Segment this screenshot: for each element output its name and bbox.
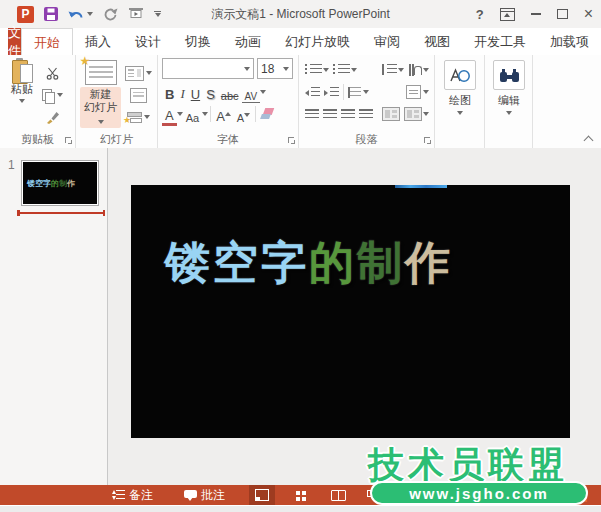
slide-title-text[interactable]: 镂空字的制作 bbox=[165, 233, 453, 293]
powerpoint-logo-icon[interactable]: P bbox=[12, 3, 39, 25]
maximize-icon[interactable] bbox=[557, 9, 568, 19]
slide-sorter-view-button[interactable] bbox=[287, 485, 313, 505]
align-right-button[interactable] bbox=[339, 103, 357, 125]
numbering-icon bbox=[333, 64, 350, 75]
save-icon[interactable] bbox=[39, 3, 63, 25]
line-spacing-button[interactable] bbox=[379, 59, 406, 81]
tab-developer[interactable]: 开发工具 bbox=[462, 28, 538, 55]
new-slide-button[interactable]: ★ 新建 幻灯片 bbox=[80, 58, 121, 132]
copy-button[interactable] bbox=[40, 84, 65, 106]
drawing-button[interactable] bbox=[444, 60, 476, 90]
slides-thumbnail-panel[interactable]: 1 镂空字的制作 bbox=[0, 148, 108, 485]
customize-qat-icon[interactable] bbox=[149, 3, 166, 25]
paste-button[interactable]: 粘贴 bbox=[4, 58, 40, 132]
increase-indent-button[interactable] bbox=[322, 81, 341, 103]
group-slides: ★ 新建 幻灯片 ★ 幻灯片 bbox=[76, 55, 158, 148]
reading-view-button[interactable] bbox=[325, 485, 351, 505]
numbering-button[interactable] bbox=[331, 59, 359, 81]
columns-button[interactable] bbox=[346, 81, 371, 103]
window-controls: ? × bbox=[476, 0, 593, 28]
italic-button[interactable]: I bbox=[177, 82, 187, 102]
decrease-font-size-button[interactable]: A bbox=[234, 104, 253, 124]
ribbon: 粘贴 剪贴板 bbox=[0, 55, 601, 149]
help-icon[interactable]: ? bbox=[476, 8, 484, 21]
normal-view-button[interactable] bbox=[249, 485, 275, 505]
increase-font-size-button[interactable]: A bbox=[213, 104, 234, 124]
group-paragraph: 段落 bbox=[299, 55, 435, 148]
decrease-indent-button[interactable] bbox=[303, 81, 322, 103]
content-area: 1 镂空字的制作 镂空字的制作 bbox=[0, 148, 601, 485]
font-dialog-launcher-icon[interactable] bbox=[287, 136, 296, 145]
text-shadow-button[interactable]: S bbox=[203, 82, 218, 102]
tab-addins[interactable]: 加载项 bbox=[538, 28, 601, 55]
tab-insert[interactable]: 插入 bbox=[73, 28, 123, 55]
align-text-button[interactable] bbox=[404, 81, 431, 103]
editing-button[interactable] bbox=[493, 60, 525, 90]
comments-button[interactable]: 批注 bbox=[184, 485, 225, 505]
undo-button[interactable] bbox=[63, 3, 98, 25]
distribute-icon bbox=[382, 107, 400, 121]
window-title: 演示文稿1 - Microsoft PowerPoint bbox=[211, 6, 390, 23]
tab-slideshow[interactable]: 幻灯片放映 bbox=[273, 28, 362, 55]
quick-access-toolbar: P bbox=[12, 3, 166, 25]
collapse-ribbon-icon[interactable] bbox=[585, 135, 592, 142]
strikethrough-button[interactable]: abc bbox=[218, 82, 242, 102]
clear-formatting-button[interactable] bbox=[258, 103, 277, 125]
redo-button[interactable] bbox=[98, 3, 123, 25]
font-size-combobox[interactable]: 18 bbox=[257, 58, 293, 79]
format-painter-icon bbox=[46, 111, 59, 124]
change-case-dropdown-icon[interactable] bbox=[202, 112, 208, 116]
ribbon-display-options-icon[interactable] bbox=[500, 8, 515, 21]
smartart-convert-button[interactable] bbox=[402, 103, 431, 125]
tab-review[interactable]: 审阅 bbox=[362, 28, 412, 55]
tab-animations[interactable]: 动画 bbox=[223, 28, 273, 55]
section-icon: ★ bbox=[127, 111, 142, 123]
drawing-dropdown-icon[interactable] bbox=[457, 111, 463, 115]
font-name-combobox[interactable] bbox=[162, 58, 254, 79]
watermark-site-url: www.jsgho.com bbox=[370, 481, 588, 505]
paragraph-dialog-launcher-icon[interactable] bbox=[423, 136, 432, 145]
minimize-icon[interactable] bbox=[531, 13, 541, 15]
format-painter-button[interactable] bbox=[40, 106, 65, 128]
slide-editor-area[interactable]: 镂空字的制作 bbox=[109, 148, 601, 485]
editing-dropdown-icon[interactable] bbox=[506, 111, 512, 115]
slide-thumbnail[interactable]: 镂空字的制作 bbox=[21, 160, 99, 206]
justify-button[interactable] bbox=[357, 103, 375, 125]
paste-icon bbox=[12, 58, 33, 83]
section-button[interactable]: ★ bbox=[123, 106, 154, 128]
reset-icon bbox=[130, 88, 147, 103]
character-spacing-button[interactable]: AV bbox=[242, 82, 261, 103]
bullets-button[interactable] bbox=[303, 59, 331, 81]
align-left-button[interactable] bbox=[303, 103, 321, 125]
tab-design[interactable]: 设计 bbox=[123, 28, 173, 55]
notes-button[interactable]: 备注 bbox=[112, 485, 153, 505]
layout-button[interactable] bbox=[123, 62, 154, 84]
slide-canvas[interactable]: 镂空字的制作 bbox=[131, 185, 570, 438]
slide-thumbnail-preview: 镂空字的制作 bbox=[23, 162, 97, 204]
character-spacing-dropdown-icon[interactable] bbox=[260, 90, 266, 94]
align-text-icon bbox=[406, 85, 421, 99]
change-case-button[interactable]: Aa bbox=[183, 104, 202, 124]
clipboard-dialog-launcher-icon[interactable] bbox=[64, 136, 73, 145]
text-direction-button[interactable] bbox=[406, 59, 431, 81]
align-center-button[interactable] bbox=[321, 103, 339, 125]
normal-view-icon bbox=[255, 489, 269, 501]
bold-button[interactable]: B bbox=[162, 82, 177, 102]
group-drawing[interactable]: 绘图 bbox=[435, 55, 485, 148]
underline-button[interactable]: U bbox=[188, 82, 203, 102]
slide-top-object[interactable] bbox=[395, 185, 447, 188]
distribute-button[interactable] bbox=[380, 103, 402, 125]
tab-transitions[interactable]: 切换 bbox=[173, 28, 223, 55]
slide-number-label: 1 bbox=[8, 158, 15, 172]
font-color-button[interactable]: A bbox=[162, 103, 177, 126]
close-icon[interactable]: × bbox=[584, 6, 593, 22]
cut-button[interactable] bbox=[40, 62, 65, 84]
tab-file[interactable]: 文件 bbox=[8, 28, 21, 55]
reset-button[interactable] bbox=[123, 84, 154, 106]
group-editing[interactable]: 编辑 bbox=[485, 55, 533, 148]
start-slideshow-icon[interactable] bbox=[123, 3, 149, 25]
tab-home[interactable]: 开始 bbox=[21, 28, 73, 56]
undo-dropdown-icon[interactable] bbox=[87, 12, 93, 16]
slide-insertion-indicator bbox=[18, 212, 104, 214]
tab-view[interactable]: 视图 bbox=[412, 28, 462, 55]
